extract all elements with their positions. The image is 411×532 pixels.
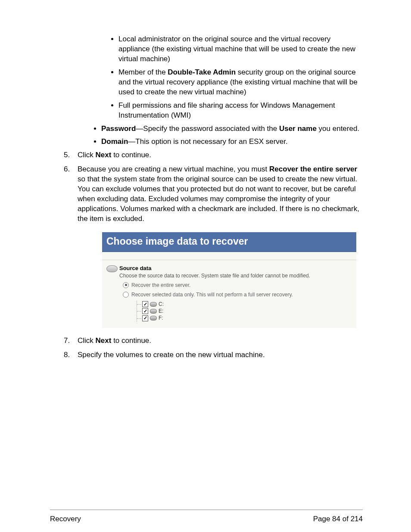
list-item: Password—Specify the password associated…	[101, 124, 363, 134]
step-bold: Next	[96, 336, 112, 345]
source-data-heading: Source data	[119, 264, 352, 272]
drive-icon	[150, 302, 157, 307]
bullet-text: Local administrator on the original sour…	[118, 35, 355, 63]
bullet-post: —Specify the password associated with th…	[136, 124, 279, 133]
volume-tree: C: E: F:	[137, 301, 352, 322]
bullet-post: —This option is not necessary for an ESX…	[128, 137, 287, 146]
step-5: 5. Click Next to continue.	[78, 150, 363, 160]
list-item: Full permissions and file sharing access…	[118, 101, 363, 121]
drive-icon	[150, 316, 157, 320]
list-item: Member of the Double-Take Admin security…	[118, 68, 363, 97]
dialog-choose-image-data: Choose image data to recover Source data…	[102, 232, 357, 328]
step-text: Specify the volumes to create on the new…	[78, 351, 265, 359]
checkbox-icon[interactable]	[142, 315, 148, 321]
volume-item[interactable]: C:	[137, 301, 352, 308]
step-pre: Because you are creating a new virtual m…	[78, 165, 269, 173]
checkbox-icon[interactable]	[142, 308, 148, 314]
step-6: 6. Because you are creating a new virtua…	[78, 165, 363, 328]
radio-recover-entire[interactable]: Recover the entire server.	[123, 282, 352, 289]
step-7: 7. Click Next to continue.	[78, 336, 363, 346]
radio-icon	[123, 282, 129, 288]
outer-bullet-list: Password—Specify the password associated…	[52, 124, 363, 147]
bullet-bold: Password	[101, 124, 136, 133]
hard-disk-icon	[106, 264, 119, 322]
step-bold: Next	[96, 151, 112, 159]
inner-bullet-list: Local administrator on the original sour…	[52, 34, 363, 121]
step-pre: Click	[78, 151, 96, 159]
list-item: Local administrator on the original sour…	[118, 34, 363, 64]
footer-page-number: Page 84 of 214	[313, 514, 363, 524]
step-post: to continue.	[111, 336, 151, 345]
volume-label: E:	[159, 308, 163, 314]
radio-label: Recover the entire server.	[131, 282, 190, 289]
drive-icon	[150, 309, 157, 314]
checkbox-icon[interactable]	[142, 301, 148, 307]
dialog-title: Choose image data to recover	[102, 232, 356, 252]
step-number: 6.	[64, 165, 70, 174]
step-post: to continue.	[111, 151, 151, 159]
bullet-pre: Member of the	[118, 68, 168, 76]
numbered-steps: 5. Click Next to continue. 6. Because yo…	[52, 150, 363, 360]
footer-section: Recovery	[50, 514, 81, 524]
volume-item[interactable]: E:	[137, 308, 352, 314]
bullet-post2: you entered.	[317, 124, 359, 133]
dialog-body: Source data Choose the source data to re…	[102, 260, 356, 328]
step-number: 5.	[64, 150, 70, 160]
page-footer: Recovery Page 84 of 214	[50, 510, 363, 524]
step-pre: Click	[78, 336, 96, 345]
step-number: 7.	[64, 336, 70, 346]
volume-item[interactable]: F:	[137, 314, 352, 321]
step-post: so that the system state from the origin…	[78, 175, 359, 223]
volume-label: C:	[159, 301, 164, 308]
step-number: 8.	[64, 350, 70, 360]
bullet-bold2: User name	[279, 124, 317, 133]
radio-recover-selected[interactable]: Recover selected data only. This will no…	[123, 291, 352, 298]
bullet-text: Full permissions and file sharing access…	[118, 101, 335, 119]
volume-label: F:	[159, 314, 163, 321]
radio-icon	[123, 292, 129, 298]
radio-label: Recover selected data only. This will no…	[131, 291, 293, 298]
source-data-desc: Choose the source data to recover. Syste…	[119, 272, 352, 279]
bullet-bold: Domain	[101, 137, 128, 146]
list-item: Domain—This option is not necessary for …	[101, 137, 363, 147]
step-bold: Recover the entire server	[269, 165, 357, 173]
bullet-bold: Double-Take Admin	[168, 68, 236, 76]
page-content: Local administrator on the original sour…	[52, 34, 363, 360]
step-8: 8. Specify the volumes to create on the …	[78, 350, 363, 360]
